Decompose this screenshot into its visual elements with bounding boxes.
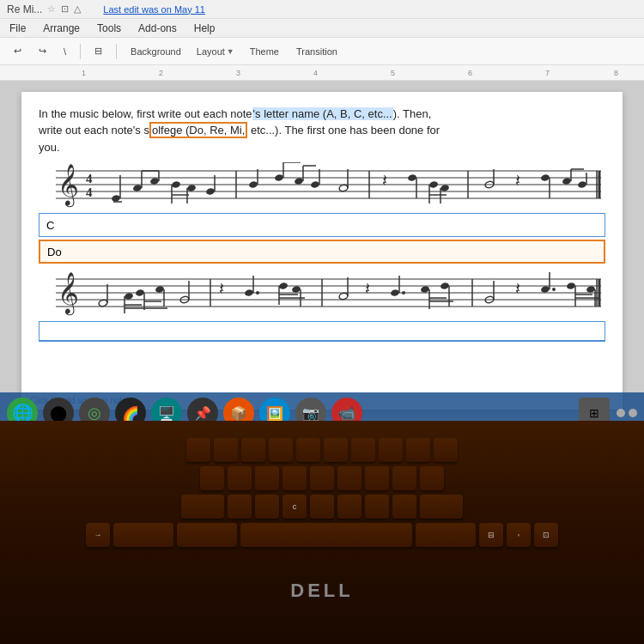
svg-text:8: 8	[614, 69, 618, 77]
key-p[interactable]	[434, 438, 458, 462]
key-x[interactable]	[255, 495, 279, 519]
key-i[interactable]	[379, 438, 403, 462]
camera-icon: 📷	[302, 405, 319, 422]
first-letter-answer: C	[46, 219, 54, 232]
key-u[interactable]	[351, 438, 375, 462]
svg-point-47	[407, 173, 416, 181]
key-g[interactable]	[310, 466, 334, 490]
svg-text:7: 7	[545, 69, 550, 77]
key-t[interactable]	[296, 438, 320, 462]
theme-btn[interactable]: Theme	[243, 44, 286, 59]
slides-icon: 🖼️	[266, 405, 283, 422]
svg-text:𝄞: 𝄞	[58, 272, 79, 316]
svg-point-73	[98, 299, 107, 307]
insert-image-btn[interactable]: ⊟	[88, 43, 109, 59]
chrome-icon: ◎	[88, 404, 101, 422]
undo-btn[interactable]: ↩	[7, 43, 28, 59]
svg-text:4: 4	[86, 172, 93, 185]
files-icon: ⬤	[50, 404, 67, 422]
menu-help[interactable]: Help	[191, 21, 218, 36]
svg-text:𝄽: 𝄽	[366, 283, 370, 294]
svg-point-35	[274, 173, 283, 181]
key-alt-right[interactable]	[416, 523, 476, 547]
svg-point-33	[248, 180, 258, 188]
menu-addons[interactable]: Add-ons	[136, 21, 179, 36]
svg-text:5: 5	[391, 69, 395, 77]
svg-point-43	[338, 184, 348, 191]
svg-point-52	[440, 184, 449, 191]
pin-icon: 📌	[194, 405, 211, 422]
svg-text:4: 4	[86, 185, 93, 199]
key-k[interactable]	[392, 466, 416, 490]
key-c[interactable]: c	[283, 495, 307, 519]
key-b[interactable]	[337, 495, 361, 519]
key-l[interactable]	[420, 466, 444, 490]
redo-btn[interactable]: ↪	[32, 43, 53, 59]
key-shift-right[interactable]	[420, 495, 463, 519]
key-box[interactable]: ⊡	[534, 523, 558, 547]
key-f[interactable]	[283, 466, 307, 490]
second-answer-line[interactable]	[39, 321, 605, 342]
key-v[interactable]	[310, 495, 334, 519]
key-s[interactable]	[228, 466, 252, 490]
menu-arrange[interactable]: Arrange	[40, 21, 82, 36]
zoom-btn[interactable]: \	[57, 44, 73, 59]
svg-point-90	[256, 291, 259, 295]
svg-point-63	[577, 180, 586, 188]
svg-text:𝄽: 𝄽	[516, 283, 520, 294]
key-arrow-right[interactable]: ◦	[507, 523, 531, 547]
letter-answer-box[interactable]: C	[39, 213, 605, 237]
svg-point-114	[540, 285, 550, 293]
highlight-solfege: olfege (Do, Re, Mi,	[149, 122, 247, 138]
instruction-text: In the music below, first write out each…	[39, 106, 605, 156]
menu-file[interactable]: File	[7, 21, 28, 36]
monitor-icon: 🖥️	[158, 405, 175, 422]
key-e[interactable]	[241, 438, 265, 462]
key-y[interactable]	[324, 438, 348, 462]
svg-text:𝄽: 𝄽	[220, 283, 224, 294]
solfege-answer-box[interactable]: Do	[39, 240, 605, 264]
key-h[interactable]	[337, 466, 361, 490]
star-icon[interactable]: ☆	[47, 3, 56, 15]
svg-point-78	[135, 289, 144, 296]
music-staff-2: 𝄞	[39, 270, 605, 318]
key-o[interactable]	[406, 438, 430, 462]
toolbar-separator-1	[80, 44, 81, 59]
menu-tools[interactable]: Tools	[94, 21, 124, 36]
svg-text:6: 6	[468, 69, 472, 77]
key-z[interactable]	[228, 495, 252, 519]
key-n[interactable]	[365, 495, 389, 519]
key-fn[interactable]: ⊟	[479, 523, 503, 547]
key-shift-left[interactable]	[181, 495, 224, 519]
svg-text:𝄞: 𝄞	[58, 164, 79, 208]
svg-point-49	[428, 180, 438, 188]
layout-dropdown[interactable]: Layout ▼	[191, 44, 240, 59]
key-space[interactable]	[240, 523, 412, 547]
svg-point-101	[390, 289, 399, 296]
toolbar-separator-2	[116, 44, 117, 59]
key-d[interactable]	[255, 466, 279, 490]
dot-2	[629, 409, 637, 417]
drive-icon[interactable]: △	[74, 3, 81, 15]
key-alt[interactable]	[177, 523, 237, 547]
svg-point-38	[294, 177, 303, 185]
menu-bar: File Arrange Tools Add-ons Help	[0, 19, 644, 38]
key-arrow-left[interactable]: →	[86, 523, 110, 547]
title-text: Re Mi...	[7, 3, 42, 15]
folder-icon[interactable]: ⊡	[61, 3, 69, 15]
key-w[interactable]	[214, 438, 238, 462]
key-m[interactable]	[392, 495, 416, 519]
key-j[interactable]	[365, 466, 389, 490]
background-btn[interactable]: Background	[124, 44, 188, 59]
svg-point-81	[155, 285, 164, 293]
key-a[interactable]	[200, 466, 224, 490]
svg-point-94	[291, 285, 301, 293]
keyboard-row-4: → ⊟ ◦ ⊡	[43, 523, 601, 547]
music-staff-1: 𝄞 4 4	[39, 162, 605, 210]
svg-text:4: 4	[313, 69, 318, 77]
key-ctrl[interactable]	[113, 523, 173, 547]
last-edit: Last edit was on May 11	[103, 4, 205, 15]
key-q[interactable]	[186, 438, 210, 462]
transition-btn[interactable]: Transition	[289, 44, 344, 59]
key-r[interactable]	[269, 438, 293, 462]
